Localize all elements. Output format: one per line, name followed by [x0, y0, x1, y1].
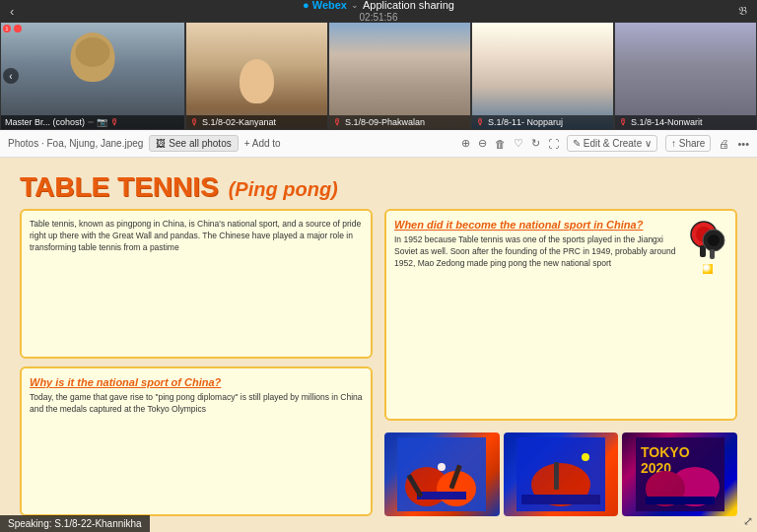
- camera-icon: 📷: [97, 117, 107, 127]
- paddle-icon: [686, 219, 729, 262]
- info-box-when: When did it become the national sport in…: [384, 209, 737, 421]
- content-area: TABLE TENNIS (Ping pong) Table tennis, k…: [0, 158, 757, 532]
- info-box-why: Why is it the national sport of China? T…: [20, 366, 373, 516]
- speaking-label: Speaking: S.1/8-22-Khannikha: [8, 518, 142, 529]
- add-to-button[interactable]: + Add to: [244, 138, 281, 149]
- svg-text:TOKYO: TOKYO: [641, 444, 690, 460]
- print-icon[interactable]: 🖨: [719, 138, 729, 150]
- p4-mic-icon: 🎙: [476, 117, 485, 127]
- when-text: In 1952 because Table tennis was one of …: [394, 234, 676, 270]
- description-text: Table tennis, known as pingpong in China…: [30, 219, 363, 254]
- photo2-scene: [516, 437, 605, 511]
- photo-toolbar: Photos · Foa, Njung, Jane.jpeg 🖼 See all…: [0, 130, 757, 158]
- crop-icon[interactable]: ⛶: [548, 138, 559, 150]
- delete-icon[interactable]: 🗑: [495, 138, 506, 150]
- host-video: [1, 23, 184, 129]
- app-title: Application sharing: [363, 0, 454, 11]
- p5-name: S.1/8-14-Nonwarit: [631, 117, 703, 127]
- expand-icon[interactable]: ⤢: [743, 514, 753, 528]
- p2-mic-icon: 🎙: [190, 117, 199, 127]
- p3-label: 🎙 S.1/8-09-Phakwalan: [329, 115, 470, 129]
- svg-point-12: [438, 463, 446, 471]
- rotate-icon[interactable]: ↻: [531, 137, 540, 150]
- p2-label: 🎙 S.1/8-02-Kanyanat: [186, 115, 327, 129]
- host-mic-icon: 🎙: [110, 117, 119, 127]
- breadcrumb: Photos · Foa, Njung, Jane.jpeg: [8, 138, 143, 149]
- svg-rect-16: [554, 462, 559, 490]
- why-title: Why is it the national sport of China?: [30, 376, 363, 388]
- speaking-indicator: Speaking: S.1/8-22-Khannikha: [0, 515, 150, 532]
- more-options-icon[interactable]: •••: [737, 138, 749, 150]
- svg-rect-15: [521, 495, 600, 504]
- participant-tile-p5[interactable]: 🎙 S.1/8-14-Nonwarit: [614, 22, 757, 130]
- svg-point-4: [708, 234, 720, 246]
- notification-dot-2: [14, 25, 22, 33]
- webex-logo: ● Webex: [303, 0, 347, 11]
- participant-tile-p4[interactable]: 🎙 S.1/8-11- Nopparuj: [471, 22, 614, 130]
- p2-name: S.1/8-02-Kanyanat: [202, 117, 276, 127]
- call-timer: 02:51:56: [360, 12, 398, 23]
- zoom-out-icon[interactable]: ⊖: [478, 137, 487, 150]
- notification-dot-1: 1: [3, 25, 11, 33]
- bottom-photo-3: TOKYO 2020: [622, 432, 737, 516]
- p5-mic-icon: 🎙: [619, 117, 628, 127]
- share-button[interactable]: ↑ Share: [665, 135, 711, 152]
- when-title: When did it become the national sport in…: [394, 219, 676, 231]
- svg-point-17: [582, 453, 589, 461]
- back-arrow-icon[interactable]: ‹: [10, 4, 14, 19]
- heart-icon[interactable]: ♡: [514, 137, 523, 150]
- photo-viewer: Photos · Foa, Njung, Jane.jpeg 🖼 See all…: [0, 130, 757, 532]
- svg-rect-5: [710, 249, 715, 259]
- see-all-icon: 🖼: [156, 138, 166, 149]
- bluetooth-icon: 𝔅: [738, 4, 747, 18]
- see-all-photos-button[interactable]: 🖼 See all photos: [149, 135, 238, 152]
- p3-mic-icon: 🎙: [333, 117, 342, 127]
- top-bar: ‹ ● Webex⌄Application sharing02:51:56 𝔅: [0, 0, 757, 22]
- p3-name: S.1/8-09-Phakwalan: [345, 117, 425, 127]
- info-box-description: Table tennis, known as pingpong in China…: [20, 209, 373, 359]
- edit-create-button[interactable]: ✎ Edit & Create ∨: [567, 135, 657, 152]
- bottom-photo-2: [504, 432, 619, 516]
- photo1-scene: [397, 437, 486, 511]
- p4-name: S.1/8-11- Nopparuj: [488, 117, 563, 127]
- host-label: Master Br... (cohost) 📷 🎙: [1, 115, 184, 129]
- svg-rect-23: [646, 497, 715, 504]
- photo3-scene: TOKYO 2020: [636, 437, 724, 511]
- participant-tile-host[interactable]: 1 ‹ Master Br... (cohost) 📷 🎙: [0, 22, 185, 130]
- p4-label: 🎙 S.1/8-11- Nopparuj: [472, 115, 613, 129]
- svg-rect-9: [417, 492, 466, 499]
- main-title: TABLE TENNIS: [20, 173, 219, 201]
- scroll-left-button[interactable]: ‹: [3, 68, 19, 84]
- participants-row: 1 ‹ Master Br... (cohost) 📷 🎙 🎙 S.1/8-02…: [0, 22, 757, 130]
- participant-tile-p3[interactable]: 🎙 S.1/8-09-Phakwalan: [328, 22, 471, 130]
- bottom-photos: TOKYO 2020: [384, 432, 737, 516]
- zoom-in-icon[interactable]: ⊕: [461, 137, 470, 150]
- bottom-photo-1: [384, 432, 500, 516]
- participant-tile-p2[interactable]: 🎙 S.1/8-02-Kanyanat: [185, 22, 328, 130]
- cohost-badge: [88, 121, 94, 123]
- p5-label: 🎙 S.1/8-14-Nonwarit: [615, 115, 756, 129]
- subtitle: (Ping pong): [229, 178, 338, 201]
- why-text: Today, the game that gave rise to "ping …: [30, 392, 363, 416]
- host-name: Master Br... (cohost): [5, 117, 85, 127]
